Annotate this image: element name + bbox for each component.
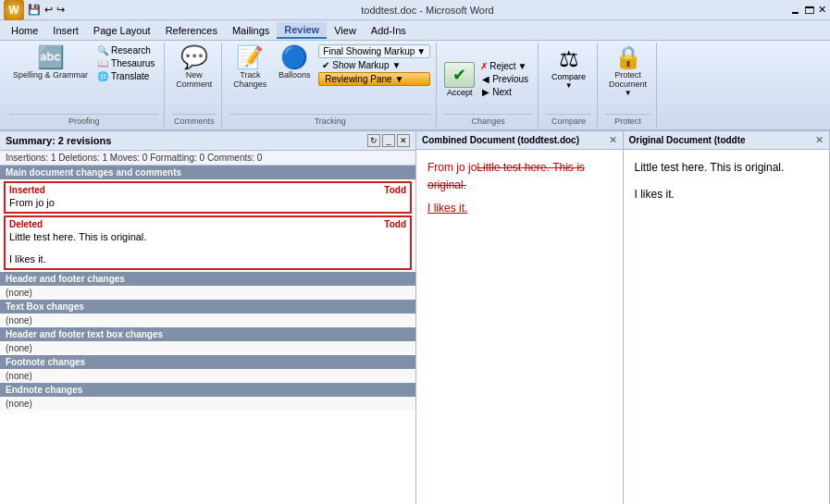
thesaurus-button[interactable]: 📖 Thesaurus	[93, 57, 158, 69]
deleted-change[interactable]: Deleted Todd Little test here. This is o…	[4, 215, 412, 270]
research-label: Research	[111, 45, 151, 55]
menu-review[interactable]: Review	[277, 22, 327, 39]
show-markup-button[interactable]: ✔ Show Markup ▼	[318, 59, 430, 71]
balloons-button[interactable]: 🔵 Balloons	[274, 44, 315, 81]
inserted-content: From jo jo	[9, 195, 406, 210]
menu-page-layout[interactable]: Page Layout	[86, 23, 158, 38]
research-button[interactable]: 🔍 Research	[93, 44, 158, 56]
final-showing-label: Final Showing Markup	[323, 46, 415, 56]
thesaurus-label: Thesaurus	[111, 58, 155, 68]
redo-icon[interactable]: ↪	[56, 4, 65, 16]
accept-button[interactable]: ✔	[444, 62, 475, 88]
combined-doc-panel: Combined Document (toddtest.doc) ✕ From …	[416, 131, 624, 504]
text-box-none: (none)	[0, 313, 415, 327]
spelling-grammar-button[interactable]: 🔤 Spelling & Grammar	[9, 44, 92, 81]
combined-doc-close[interactable]: ✕	[609, 134, 617, 146]
office-button[interactable]: W	[4, 0, 24, 20]
panel-header: Summary: 2 revisions ↻ _ ✕	[0, 131, 415, 151]
inserted-change-header: Inserted Todd	[9, 185, 406, 195]
text-box-header: Text Box changes	[0, 300, 415, 313]
translate-icon: 🌐	[97, 71, 108, 81]
inserted-author: Todd	[384, 185, 406, 195]
new-comment-label: NewComment	[176, 70, 212, 89]
protect-group-label: Protect	[605, 114, 650, 126]
minimize-panel-button[interactable]: _	[382, 134, 395, 147]
quick-access-toolbar: 💾 ↩ ↪	[28, 4, 65, 16]
balloons-label: Balloons	[279, 70, 311, 80]
thesaurus-icon: 📖	[97, 58, 108, 68]
previous-icon: ◀	[482, 74, 489, 84]
combined-doc-header: Combined Document (toddtest.doc) ✕	[416, 131, 623, 150]
compare-button[interactable]: ⚖ Compare ▼	[546, 44, 591, 92]
comments-label: Comments	[172, 114, 216, 126]
original-doc-content: Little test here. This is original. I li…	[624, 150, 830, 504]
close-icon[interactable]: ✕	[818, 4, 826, 16]
comments-buttons: 💬 NewComment	[172, 44, 216, 114]
comment-icon: 💬	[180, 46, 208, 68]
menu-insert[interactable]: Insert	[45, 23, 86, 38]
menu-view[interactable]: View	[327, 23, 364, 38]
menu-addins[interactable]: Add-Ins	[364, 23, 414, 38]
accept-section: ✔ Accept	[444, 62, 475, 97]
close-panel-button[interactable]: ✕	[397, 134, 410, 147]
menu-mailings[interactable]: Mailings	[225, 23, 277, 38]
menu-references[interactable]: References	[158, 23, 225, 38]
original-doc-close[interactable]: ✕	[815, 134, 824, 146]
reviewing-pane-arrow: ▼	[394, 74, 403, 84]
combined-doc-title: Combined Document (toddtest.doc)	[422, 135, 579, 145]
reject-icon: ✗	[480, 61, 488, 71]
endnote-header: Endnote changes	[0, 383, 415, 397]
original-doc-header: Original Document (toddte ✕	[624, 131, 830, 150]
deleted-content: Little test here. This is original. I li…	[9, 229, 406, 266]
compare-label: Compare	[551, 72, 586, 81]
tracking-top-row: 📝 TrackChanges 🔵 Balloons Final Showing …	[229, 44, 430, 91]
panel-controls: ↻ _ ✕	[367, 134, 410, 147]
protect-arrow: ▼	[625, 89, 632, 97]
reject-button[interactable]: ✗ Reject ▼	[478, 60, 532, 72]
track-changes-button[interactable]: 📝 TrackChanges	[229, 44, 270, 91]
header-footer-textbox-none: (none)	[0, 341, 415, 355]
combined-line2: I likes it.	[427, 200, 612, 217]
likes-underline-span: I likes it.	[427, 202, 467, 215]
reviewing-pane-button[interactable]: Reviewing Pane ▼	[318, 72, 430, 86]
compare-icon: ⚖	[559, 46, 579, 72]
ribbon-group-proofing: 🔤 Spelling & Grammar 🔍 Research 📖 Thesau…	[4, 43, 165, 128]
deleted-change-header: Deleted Todd	[9, 219, 406, 229]
minimize-icon[interactable]: 🗕	[790, 5, 800, 16]
original-line2: I likes it.	[635, 186, 819, 203]
maximize-icon[interactable]: 🗖	[804, 5, 814, 16]
header-footer-none: (none)	[0, 286, 415, 300]
next-button[interactable]: ▶ Next	[478, 86, 532, 98]
changes-list[interactable]: Main document changes and comments Inser…	[0, 166, 415, 504]
spelling-icon: 🔤	[37, 46, 65, 68]
previous-button[interactable]: ◀ Previous	[478, 73, 532, 85]
refresh-button[interactable]: ↻	[367, 134, 380, 147]
reviewing-panel: Summary: 2 revisions ↻ _ ✕ Insertions: 1…	[0, 131, 416, 504]
endnote-none: (none)	[0, 397, 415, 411]
menu-home[interactable]: Home	[4, 23, 45, 38]
translate-button[interactable]: 🌐 Translate	[93, 70, 158, 82]
combined-doc-content: From jo joLittle test here. This is orig…	[416, 150, 623, 504]
inserted-text-span: From jo jo	[427, 161, 477, 174]
compare-group-label: Compare	[546, 114, 591, 126]
accept-check-icon: ✔	[452, 66, 466, 84]
reject-nav-col: ✗ Reject ▼ ◀ Previous ▶ Next	[478, 60, 532, 98]
dropdown-arrow-icon: ▼	[416, 46, 426, 56]
main-area: Summary: 2 revisions ↻ _ ✕ Insertions: 1…	[0, 131, 830, 504]
ribbon-group-changes: ✔ Accept ✗ Reject ▼ ◀ Previous ▶ Next	[439, 43, 539, 128]
footnote-none: (none)	[0, 369, 415, 383]
show-markup-arrow: ▼	[391, 60, 401, 70]
track-changes-icon: 📝	[236, 46, 264, 68]
ribbon-group-tracking: 📝 TrackChanges 🔵 Balloons Final Showing …	[224, 43, 437, 128]
protect-document-button[interactable]: 🔒 ProtectDocument ▼	[605, 44, 650, 99]
main-changes-header: Main document changes and comments	[0, 166, 415, 179]
inserted-change[interactable]: Inserted Todd From jo jo	[4, 181, 412, 214]
final-showing-dropdown[interactable]: Final Showing Markup ▼	[318, 44, 430, 58]
deleted-author: Todd	[384, 219, 406, 229]
protect-icon: 🔒	[614, 46, 642, 68]
new-comment-button[interactable]: 💬 NewComment	[172, 44, 216, 91]
document-title: toddtest.doc - Microsoft Word	[65, 5, 790, 16]
undo-icon[interactable]: ↩	[44, 4, 53, 16]
panel-title: Summary: 2 revisions	[6, 135, 111, 146]
save-icon[interactable]: 💾	[28, 4, 41, 16]
